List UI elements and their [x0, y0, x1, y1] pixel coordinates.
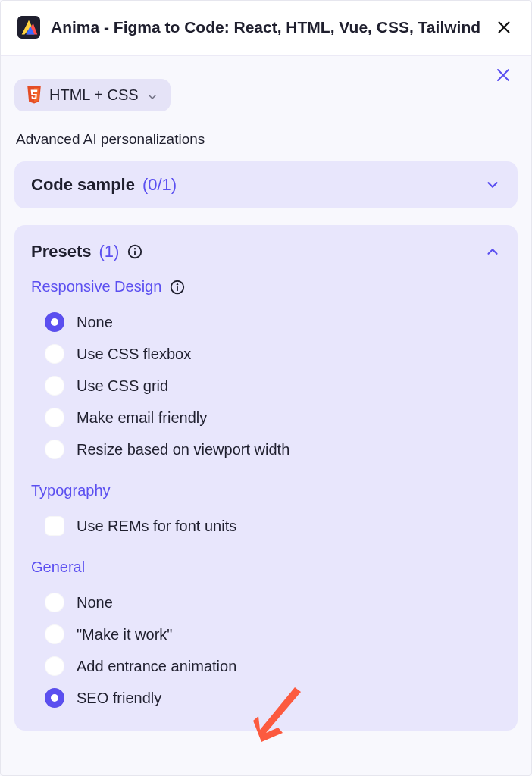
radio-option-responsive-none[interactable]: None [31, 306, 501, 338]
option-label: SEO friendly [77, 690, 161, 707]
radio-icon [45, 593, 64, 612]
option-label: Use CSS flexbox [77, 346, 191, 363]
checkbox-icon [45, 516, 64, 536]
settings-panel: HTML + CSS Advanced AI personalizations … [1, 56, 531, 764]
framework-selector[interactable]: HTML + CSS [14, 79, 171, 111]
section-count: (0/1) [142, 175, 177, 195]
radio-option-general-entrance-animation[interactable]: Add entrance animation [31, 650, 501, 682]
info-icon[interactable] [127, 243, 143, 260]
checkbox-option-typography-rems[interactable]: Use REMs for font units [31, 510, 501, 542]
close-panel-button[interactable] [492, 64, 515, 86]
option-label: Use REMs for font units [77, 518, 236, 535]
presets-section: Presets (1) Responsive Design None Use C… [14, 225, 518, 731]
radio-option-general-none[interactable]: None [31, 587, 501, 618]
option-label: Add entrance animation [77, 658, 236, 675]
app-title: Anima - Figma to Code: React, HTML, Vue,… [51, 18, 483, 36]
radio-option-responsive-email[interactable]: Make email friendly [31, 402, 501, 433]
close-icon [494, 66, 512, 84]
radio-icon [45, 376, 64, 396]
app-header: Anima - Figma to Code: React, HTML, Vue,… [1, 1, 531, 56]
presets-header[interactable]: Presets (1) [31, 242, 501, 261]
close-plugin-button[interactable] [493, 17, 515, 38]
option-label: None [77, 314, 113, 331]
radio-icon [45, 312, 64, 332]
close-icon [496, 19, 512, 36]
section-title: Presets [31, 242, 92, 261]
anima-logo-icon [17, 16, 40, 39]
code-sample-section[interactable]: Code sample (0/1) [14, 161, 518, 208]
chevron-down-icon [484, 177, 501, 193]
radio-icon [45, 656, 64, 676]
radio-option-responsive-grid[interactable]: Use CSS grid [31, 370, 501, 402]
group-title-typography: Typography [31, 482, 501, 499]
option-label: None [77, 594, 113, 612]
radio-icon [45, 440, 64, 459]
svg-rect-11 [177, 286, 178, 290]
option-label: Resize based on viewport width [77, 441, 289, 458]
chevron-up-icon [484, 243, 501, 260]
group-title-responsive: Responsive Design [31, 278, 501, 296]
radio-option-general-seo[interactable]: SEO friendly [31, 682, 501, 714]
radio-icon [45, 688, 64, 708]
framework-label: HTML + CSS [49, 86, 139, 104]
chevron-down-icon [146, 89, 158, 102]
radio-option-responsive-viewport[interactable]: Resize based on viewport width [31, 433, 501, 465]
option-label: Use CSS grid [77, 377, 168, 395]
html5-icon [27, 87, 42, 104]
svg-rect-8 [134, 251, 136, 255]
group-title-general: General [31, 559, 501, 576]
radio-icon [45, 344, 64, 364]
section-title: Code sample [31, 175, 135, 195]
group-label: General [31, 559, 85, 576]
radio-icon [45, 624, 64, 644]
radio-icon [45, 408, 64, 427]
svg-point-10 [177, 283, 178, 284]
panel-subtitle: Advanced AI personalizations [16, 131, 516, 148]
option-label: Make email friendly [77, 409, 207, 427]
svg-point-7 [134, 248, 136, 249]
section-count: (1) [99, 242, 120, 261]
option-label: "Make it work" [77, 626, 172, 643]
info-icon[interactable] [169, 279, 186, 296]
group-label: Responsive Design [31, 278, 161, 296]
radio-option-general-make-it-work[interactable]: "Make it work" [31, 618, 501, 650]
radio-option-responsive-flexbox[interactable]: Use CSS flexbox [31, 338, 501, 370]
group-label: Typography [31, 482, 111, 499]
